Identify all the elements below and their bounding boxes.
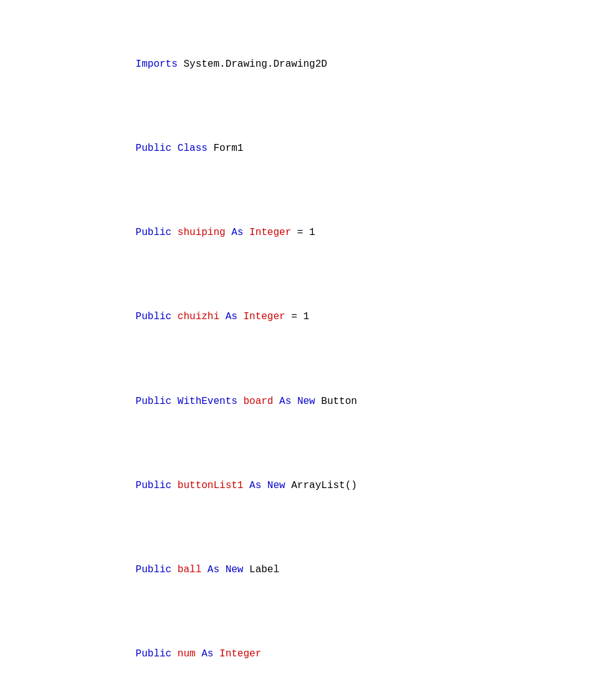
code-line-chuizhi: Public chuizhi As Integer = 1 <box>100 290 527 344</box>
keyword-public-2: Public <box>136 227 178 238</box>
keyword-as-6: As <box>196 648 219 659</box>
keyword-new-3: New <box>226 564 249 575</box>
code-line-ball: Public ball As New Label <box>100 543 527 597</box>
var-ball: ball <box>178 564 201 575</box>
line-chuizhi: Public chuizhi As Integer = 1 <box>100 290 527 344</box>
type-arraylist: ArrayList() <box>291 480 357 491</box>
line-blank-2 <box>100 182 527 200</box>
line-blank-3 <box>100 266 527 284</box>
code-line-imports: Imports System.Drawing.Drawing2D <box>100 37 527 91</box>
keyword-as-4: As <box>243 480 267 491</box>
keyword-as-2: As <box>219 311 243 322</box>
line-blank-6 <box>100 519 527 537</box>
keyword-public-4: Public <box>136 396 178 407</box>
keyword-public-5: Public <box>136 480 178 491</box>
code-editor: Imports System.Drawing.Drawing2D Public … <box>0 0 589 700</box>
keyword-as-5: As <box>201 564 225 575</box>
namespace: System.Drawing.Drawing2D <box>183 59 327 70</box>
class-name: Form1 <box>213 143 243 154</box>
code-line-public-class: Public Class Form1 <box>100 122 527 175</box>
line-blank-8 <box>100 688 527 700</box>
line-num: Public num As Integer <box>100 627 527 681</box>
line-blank-4 <box>100 350 527 368</box>
line-ball: Public ball As New Label <box>100 543 527 597</box>
code-line-blank-4 <box>100 350 527 368</box>
line-board: Public WithEvents board As New Button <box>100 375 527 428</box>
code-line-board: Public WithEvents board As New Button <box>100 375 527 428</box>
keyword-public-6: Public <box>136 564 178 575</box>
type-integer-1: Integer <box>249 227 291 238</box>
type-button: Button <box>321 396 357 407</box>
code-line-blank-6 <box>100 519 527 537</box>
keyword-public-3: Public <box>136 311 178 322</box>
assign-2: = 1 <box>285 311 309 322</box>
keyword-as-1: As <box>226 227 249 238</box>
type-integer-3: Integer <box>219 648 261 659</box>
code-line-blank-8 <box>100 688 527 700</box>
var-chuizhi: chuizhi <box>178 311 219 322</box>
var-num: num <box>178 648 196 659</box>
type-label: Label <box>249 564 279 575</box>
line-blank-1 <box>100 97 527 115</box>
keyword-new-2: New <box>267 480 291 491</box>
code-line-blank-7 <box>100 603 527 621</box>
assign-1: = 1 <box>291 227 315 238</box>
line-buttonlist: Public buttonList1 As New ArrayList() <box>100 459 527 512</box>
keyword-imports: Imports <box>136 59 184 70</box>
var-buttonlist: buttonList1 <box>178 480 244 491</box>
code-line-blank-1 <box>100 97 527 115</box>
code-line-shuiping: Public shuiping As Integer = 1 <box>100 206 527 259</box>
line-blank-5 <box>100 434 527 453</box>
line-shuiping: Public shuiping As Integer = 1 <box>100 206 527 259</box>
keyword-as-3: As <box>273 396 297 407</box>
keyword-public: Public <box>136 143 178 154</box>
line-1: Imports System.Drawing.Drawing2D <box>100 37 527 91</box>
keyword-withevents: WithEvents <box>178 396 244 407</box>
code-line-buttonlist: Public buttonList1 As New ArrayList() <box>100 459 527 512</box>
line-blank-7 <box>100 603 527 621</box>
code-line-num: Public num As Integer <box>100 627 527 681</box>
var-board: board <box>243 396 273 407</box>
keyword-class: Class <box>178 143 214 154</box>
code-line-blank-5 <box>100 434 527 453</box>
var-shuiping: shuiping <box>178 227 226 238</box>
keyword-new-1: New <box>297 396 321 407</box>
type-integer-2: Integer <box>243 311 285 322</box>
keyword-public-7: Public <box>136 648 178 659</box>
line-public-class: Public Class Form1 <box>100 122 527 175</box>
code-line-blank-2 <box>100 182 527 200</box>
code-line-blank-3 <box>100 266 527 284</box>
